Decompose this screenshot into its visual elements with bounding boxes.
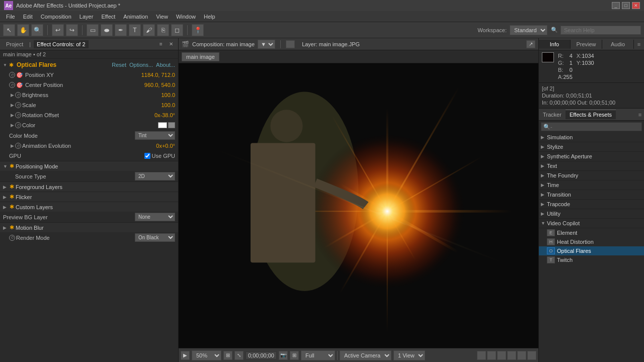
vc-camera-select[interactable]: Active Camera: [340, 350, 391, 360]
stopwatch-anim-evo[interactable]: ⏱: [15, 143, 21, 149]
expand-anim-evo[interactable]: ▶: [9, 143, 15, 148]
vp-resize-btn[interactable]: ⤡: [234, 351, 244, 360]
cat-utility[interactable]: ▶ Utility: [539, 209, 644, 219]
hand-tool[interactable]: ✋: [17, 24, 29, 36]
effect-about-link[interactable]: About...: [156, 62, 175, 68]
vc-quality-select[interactable]: FullHalfQuarter: [301, 350, 335, 360]
title-controls[interactable]: _ □ ✕: [612, 2, 640, 9]
tab-audio[interactable]: Audio: [602, 40, 634, 49]
prop-value-brightness[interactable]: 100.0: [161, 92, 175, 98]
cat-text[interactable]: ▶ Text: [539, 161, 644, 171]
dropdown-preview-bg-layer[interactable]: None: [135, 213, 175, 221]
sub-heat-distortion[interactable]: H Heat Distortion: [539, 237, 644, 246]
expand-flicker[interactable]: ▶: [3, 195, 8, 200]
cat-the-foundry[interactable]: ▶ The Foundry: [539, 171, 644, 180]
menu-edit[interactable]: Edit: [19, 13, 37, 21]
stopwatch-brightness[interactable]: ⏱: [15, 92, 21, 98]
vp-btn-4[interactable]: [507, 351, 516, 360]
expand-scale[interactable]: ▶: [9, 103, 15, 108]
menu-animation[interactable]: Animation: [119, 13, 152, 21]
stopwatch-render-mode[interactable]: ⏱: [9, 235, 15, 241]
maximize-btn[interactable]: □: [622, 2, 630, 9]
sub-element[interactable]: E Element: [539, 228, 644, 237]
dropdown-render-mode[interactable]: On Black Normal: [135, 233, 175, 242]
cat-synthetic-aperture[interactable]: ▶ Synthetic Aperture: [539, 152, 644, 161]
checkbox-use-gpu[interactable]: [144, 153, 150, 159]
effect-options-link[interactable]: Options...: [129, 62, 153, 68]
panel-close-btn[interactable]: ✕: [167, 40, 175, 48]
stopwatch-position-xy[interactable]: ⏱: [9, 72, 15, 78]
comp-btn-1[interactable]: [286, 40, 295, 48]
tab-effect-controls[interactable]: Effect Controls: of 2: [34, 40, 88, 48]
comp-main-tab[interactable]: main image: [182, 52, 219, 61]
vp-fit-btn[interactable]: ⊞: [223, 351, 232, 360]
eraser-tool[interactable]: ◻: [171, 24, 183, 36]
tab-project[interactable]: Project: [3, 40, 26, 48]
prop-value-position-xy[interactable]: 1184.0, 712.0: [141, 72, 175, 78]
stopwatch-scale[interactable]: ⏱: [15, 102, 21, 108]
vp-grid-btn[interactable]: ⊞: [290, 351, 299, 360]
expand-brightness[interactable]: ▶: [9, 93, 15, 98]
tab-effects-presets[interactable]: Effects & Presets: [566, 110, 616, 119]
vp-btn-2[interactable]: [487, 351, 496, 360]
effects-search-input[interactable]: [541, 122, 642, 131]
menu-layer[interactable]: Layer: [75, 13, 98, 21]
workspace-select[interactable]: Standard: [510, 25, 547, 35]
vp-play-btn[interactable]: ▶: [181, 351, 190, 360]
color-btn[interactable]: [168, 122, 175, 128]
vp-btn-6[interactable]: [527, 351, 536, 360]
comp-popout-btn[interactable]: ↗: [526, 40, 535, 48]
panel-menu-right[interactable]: ≡: [634, 38, 644, 50]
brush-tool[interactable]: 🖌: [143, 24, 155, 36]
menu-view[interactable]: View: [152, 13, 172, 21]
close-btn[interactable]: ✕: [632, 2, 640, 9]
expand-positioning-mode[interactable]: ▼: [3, 164, 8, 169]
mask-ellipse-tool[interactable]: ⬬: [101, 24, 113, 36]
effect-expand-tri[interactable]: ▼: [3, 63, 7, 67]
prop-value-animation-evolution[interactable]: 0x+0.0°: [156, 143, 175, 149]
select-tool[interactable]: ↖: [3, 24, 15, 36]
effects-panel-menu[interactable]: ≡: [636, 112, 644, 118]
expand-motion-blur[interactable]: ▶: [3, 225, 8, 230]
sub-twitch[interactable]: T Twitch: [539, 255, 644, 264]
prop-value-scale[interactable]: 100.0: [161, 102, 175, 108]
menu-file[interactable]: File: [2, 13, 19, 21]
dropdown-source-type[interactable]: 2D 3D: [135, 172, 175, 180]
undo-tool[interactable]: ↩: [52, 24, 64, 36]
expand-custom-layers[interactable]: ▶: [3, 205, 8, 210]
cat-stylize[interactable]: ▶ Stylize: [539, 142, 644, 152]
cat-trapcode[interactable]: ▶ Trapcode: [539, 200, 644, 209]
effect-reset-link[interactable]: Reset: [112, 62, 126, 68]
menu-window[interactable]: Window: [172, 13, 200, 21]
redo-tool[interactable]: ↪: [66, 24, 78, 36]
cat-video-copilot[interactable]: ▼ Video Copilot: [539, 219, 644, 228]
vp-btn-5[interactable]: [517, 351, 526, 360]
cat-simulation[interactable]: ▶ Simulation: [539, 133, 644, 142]
clone-tool[interactable]: ⎘: [157, 24, 169, 36]
expand-foreground-layers[interactable]: ▶: [3, 185, 8, 190]
vp-btn-1[interactable]: [477, 351, 486, 360]
zoom-tool[interactable]: 🔍: [31, 24, 43, 36]
vp-btn-3[interactable]: [497, 351, 506, 360]
menu-composition[interactable]: Composition: [37, 13, 75, 21]
cat-time[interactable]: ▶ Time: [539, 180, 644, 190]
puppet-tool[interactable]: 📍: [192, 24, 204, 36]
prop-value-rotation-offset[interactable]: 0x-38.0°: [154, 112, 175, 118]
expand-rotation[interactable]: ▶: [9, 113, 15, 118]
color-swatch[interactable]: [158, 122, 167, 128]
cat-transition[interactable]: ▶ Transition: [539, 190, 644, 200]
vc-view-select[interactable]: 1 View: [393, 350, 425, 360]
stopwatch-color[interactable]: ⏱: [15, 122, 21, 128]
dropdown-color-mode[interactable]: Tint Normal: [135, 131, 175, 140]
menu-effect[interactable]: Effect: [97, 13, 119, 21]
tab-tracker[interactable]: Tracker: [539, 110, 566, 119]
tab-info[interactable]: Info: [539, 40, 571, 49]
expand-color[interactable]: ▶: [9, 123, 15, 128]
comp-view-select[interactable]: ▼: [258, 40, 275, 49]
sub-optical-flares[interactable]: O Optical Flares: [539, 246, 644, 255]
stopwatch-center-position[interactable]: ⏱: [9, 82, 15, 88]
vp-camera-icon[interactable]: 📷: [279, 351, 288, 360]
tab-preview[interactable]: Preview: [571, 40, 602, 49]
vc-zoom-select[interactable]: 50%100%25%: [192, 350, 221, 360]
pen-tool[interactable]: ✒: [115, 24, 127, 36]
